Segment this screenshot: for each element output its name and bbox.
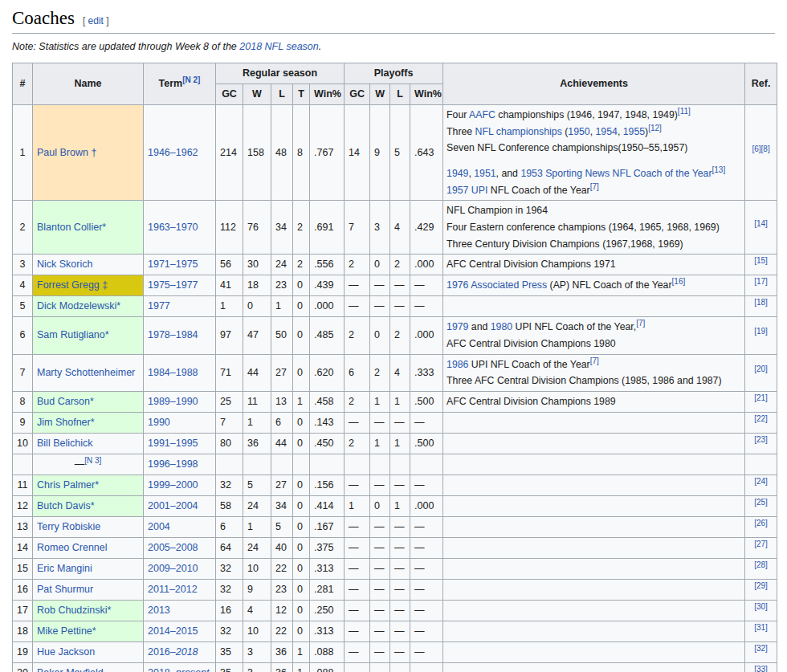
- coach-link[interactable]: Bill Belichick: [37, 438, 92, 449]
- wiki-link[interactable]: 1984–1988: [148, 367, 198, 378]
- wiki-link[interactable]: AAFC: [469, 109, 495, 120]
- footnote-ref[interactable]: [11]: [678, 107, 691, 116]
- stat-cell: 112: [216, 201, 243, 255]
- wiki-link[interactable]: 1949: [447, 168, 468, 179]
- wiki-link[interactable]: 1980: [491, 321, 512, 332]
- ref-link[interactable]: [8]: [761, 144, 770, 153]
- ref-link[interactable]: [33]: [754, 665, 768, 672]
- coach-link[interactable]: Paul Brown †: [37, 147, 96, 158]
- wiki-link[interactable]: 1978–1984: [148, 329, 198, 340]
- coach-link[interactable]: Terry Robiskie: [37, 521, 100, 532]
- coach-link[interactable]: Bud Carson*: [37, 396, 94, 407]
- wiki-link[interactable]: 1955: [623, 126, 645, 137]
- wiki-link[interactable]: 1950: [568, 126, 589, 137]
- coach-link[interactable]: Butch Davis*: [37, 500, 95, 511]
- ref-link[interactable]: [30]: [754, 602, 768, 611]
- ref-link[interactable]: [14]: [754, 219, 768, 228]
- ref-link[interactable]: [20]: [754, 365, 768, 373]
- stat-cell: 1: [293, 641, 310, 662]
- ref-link[interactable]: [27]: [754, 540, 768, 548]
- ref-link[interactable]: [22]: [754, 414, 768, 423]
- wiki-link[interactable]: 1999–2000: [148, 479, 198, 491]
- wiki-link[interactable]: 1996–1998: [148, 458, 198, 470]
- stat-cell: 2: [370, 354, 390, 391]
- wiki-link[interactable]: 1971–1975: [148, 259, 198, 270]
- section-heading: Coaches[ edit ]: [12, 8, 775, 34]
- wiki-link[interactable]: 2004: [148, 521, 170, 532]
- stat-cell: —: [345, 621, 370, 641]
- season-link[interactable]: 2018 NFL season: [239, 41, 318, 52]
- footnote-ref[interactable]: [7]: [636, 319, 645, 328]
- wiki-link[interactable]: 1979: [447, 321, 468, 332]
- wiki-link[interactable]: 2001–2004: [148, 500, 198, 511]
- wiki-link[interactable]: 1990: [148, 417, 170, 428]
- wiki-link[interactable]: 2009–2010: [148, 563, 198, 574]
- wiki-link[interactable]: 1957 UPI: [447, 185, 487, 196]
- wiki-link[interactable]: 1976 Associated Press: [447, 279, 547, 291]
- stat-cell: —: [390, 516, 410, 537]
- wiki-link[interactable]: 1953 Sporting News NFL Coach of the Year: [520, 168, 712, 179]
- footnote-ref[interactable]: [13]: [712, 165, 726, 174]
- coach-link[interactable]: Sam Rutigliano*: [37, 329, 109, 340]
- wiki-link[interactable]: 2018: [176, 646, 198, 658]
- footnote-ref[interactable]: [N 3]: [84, 456, 101, 465]
- ref-link[interactable]: [15]: [754, 256, 768, 265]
- wiki-link[interactable]: 2016–: [148, 646, 176, 658]
- coach-link[interactable]: Blanton Collier*: [37, 222, 106, 233]
- ref-link[interactable]: [25]: [754, 498, 768, 507]
- coach-link[interactable]: Chris Palmer*: [37, 479, 99, 491]
- footnote-ref[interactable]: [N 2]: [182, 75, 200, 84]
- ref-link[interactable]: [32]: [754, 644, 768, 653]
- wiki-link[interactable]: 1963–1970: [148, 222, 198, 233]
- ref-link[interactable]: [28]: [754, 560, 768, 569]
- coach-link[interactable]: Eric Mangini: [37, 563, 92, 574]
- wiki-link[interactable]: 1977: [148, 300, 170, 312]
- coach-link[interactable]: Jim Shofner*: [37, 417, 95, 428]
- ref-link[interactable]: [21]: [754, 393, 768, 402]
- coach-link[interactable]: Pat Shurmur: [37, 584, 93, 595]
- coach-link[interactable]: Hue Jackson: [37, 646, 95, 658]
- coach-link[interactable]: Dick Modzelewski*: [37, 300, 120, 312]
- wiki-link[interactable]: 1991–1995: [148, 438, 198, 449]
- ref-link[interactable]: [6]: [752, 144, 760, 153]
- stat-cell: —: [390, 558, 410, 579]
- coach-link[interactable]: Forrest Gregg ‡: [37, 279, 108, 291]
- ref-link[interactable]: [29]: [754, 581, 768, 590]
- ref-link[interactable]: [31]: [754, 623, 768, 632]
- ref-link[interactable]: [18]: [754, 298, 768, 307]
- ref-link[interactable]: [24]: [754, 477, 768, 486]
- wiki-link[interactable]: 1946–1962: [148, 147, 198, 158]
- stat-cell: —: [390, 641, 410, 662]
- wiki-link[interactable]: 1954: [596, 126, 618, 137]
- footnote-ref[interactable]: [7]: [590, 182, 599, 191]
- coach-link[interactable]: Baker Mayfield: [37, 667, 104, 672]
- edit-link[interactable]: edit: [88, 15, 104, 26]
- wiki-link[interactable]: NFL championships: [475, 126, 562, 137]
- coach-link[interactable]: Marty Schottenheimer: [37, 367, 135, 378]
- wiki-link[interactable]: 1975–1977: [148, 279, 198, 291]
- wiki-link[interactable]: 2005–2008: [148, 542, 198, 553]
- footnote-ref[interactable]: [16]: [672, 277, 686, 286]
- stat-cell: 41: [216, 275, 243, 296]
- wiki-link[interactable]: 1986: [447, 359, 468, 370]
- ref-link[interactable]: [19]: [754, 327, 768, 336]
- coach-link[interactable]: Rob Chudzinski*: [37, 605, 111, 616]
- ref-link[interactable]: [26]: [754, 519, 768, 527]
- wiki-link[interactable]: 2013: [148, 605, 170, 616]
- ref-link[interactable]: [17]: [754, 277, 768, 286]
- footnote-ref[interactable]: [7]: [590, 356, 599, 365]
- wiki-link[interactable]: 2018–: [148, 667, 176, 672]
- wiki-link[interactable]: present: [176, 667, 210, 672]
- wiki-link[interactable]: 2011–2012: [148, 584, 198, 595]
- ref-link[interactable]: [23]: [754, 435, 768, 444]
- wiki-link[interactable]: 2014–2015: [148, 625, 198, 637]
- stat-col-header: L: [271, 84, 293, 105]
- coach-link[interactable]: Mike Pettine*: [37, 625, 96, 637]
- footnote-ref[interactable]: [12]: [648, 124, 662, 132]
- wiki-link[interactable]: 1951: [474, 168, 495, 179]
- row-number: 1: [13, 105, 33, 201]
- wiki-link[interactable]: 1989–1990: [148, 396, 198, 407]
- coach-link[interactable]: Nick Skorich: [37, 259, 92, 270]
- coach-link[interactable]: Romeo Crennel: [37, 542, 108, 553]
- coach-row: 10Bill Belichick1991–19958036440.450211.…: [13, 433, 777, 454]
